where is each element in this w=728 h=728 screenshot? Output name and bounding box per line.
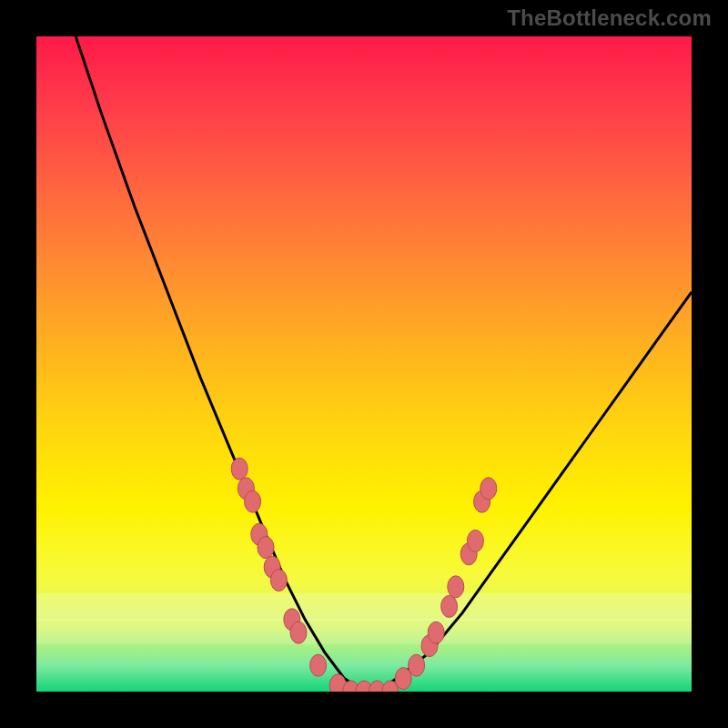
plot-area <box>36 36 692 692</box>
curve-marker <box>290 622 307 643</box>
chart-frame: TheBottleneck.com <box>0 0 728 728</box>
curve-marker <box>231 458 248 480</box>
curve-marker <box>480 478 497 500</box>
curve-marker <box>448 576 464 598</box>
curve-marker <box>428 622 444 643</box>
bottleneck-curve <box>76 36 692 692</box>
curve-markers <box>231 458 497 692</box>
curve-marker <box>467 530 483 551</box>
curve-marker <box>409 654 425 676</box>
curve-marker <box>258 537 274 559</box>
bottleneck-curve-svg <box>36 36 692 692</box>
watermark-text: TheBottleneck.com <box>507 5 712 31</box>
curve-marker <box>441 595 458 617</box>
curve-marker <box>310 654 327 676</box>
curve-marker <box>245 490 261 512</box>
curve-marker <box>270 570 287 592</box>
